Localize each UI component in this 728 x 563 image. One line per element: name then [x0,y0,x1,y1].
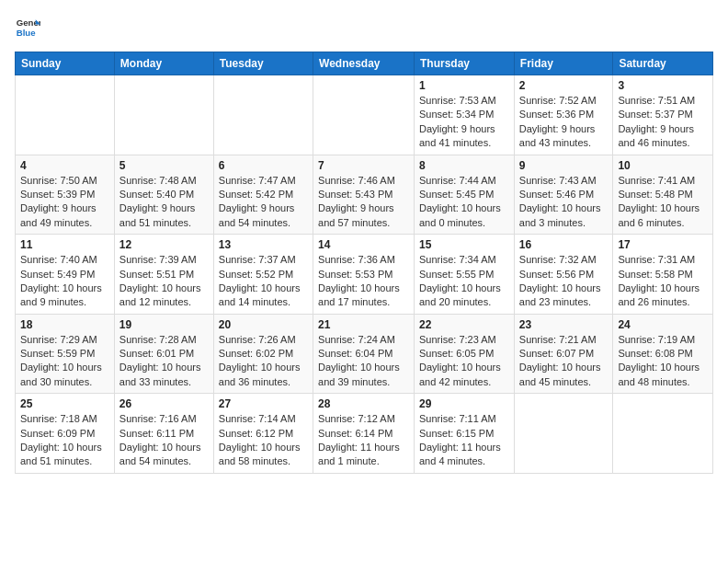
calendar-cell: 5Sunrise: 7:48 AM Sunset: 5:40 PM Daylig… [114,155,213,235]
day-info: Sunrise: 7:12 AM Sunset: 6:14 PM Dayligh… [318,412,409,469]
calendar-cell: 15Sunrise: 7:34 AM Sunset: 5:55 PM Dayli… [415,235,515,315]
day-info: Sunrise: 7:43 AM Sunset: 5:46 PM Dayligh… [519,174,609,231]
calendar-cell: 25Sunrise: 7:18 AM Sunset: 6:09 PM Dayli… [16,394,115,474]
day-info: Sunrise: 7:51 AM Sunset: 5:37 PM Dayligh… [618,94,708,151]
calendar-cell: 18Sunrise: 7:29 AM Sunset: 5:59 PM Dayli… [16,314,115,394]
day-info: Sunrise: 7:40 AM Sunset: 5:49 PM Dayligh… [20,253,109,310]
day-info: Sunrise: 7:36 AM Sunset: 5:53 PM Dayligh… [318,253,409,310]
calendar-cell: 16Sunrise: 7:32 AM Sunset: 5:56 PM Dayli… [514,235,613,315]
svg-text:Blue: Blue [17,28,36,38]
day-info: Sunrise: 7:16 AM Sunset: 6:11 PM Dayligh… [119,412,209,469]
day-header-tuesday: Tuesday [213,52,313,75]
day-number: 29 [419,397,509,410]
day-info: Sunrise: 7:53 AM Sunset: 5:34 PM Dayligh… [419,94,509,151]
logo-icon: General Blue [15,15,40,40]
day-number: 17 [618,238,708,251]
calendar-cell: 27Sunrise: 7:14 AM Sunset: 6:12 PM Dayli… [213,394,313,474]
day-number: 18 [20,318,109,331]
calendar-cell: 29Sunrise: 7:11 AM Sunset: 6:15 PM Dayli… [415,394,515,474]
day-info: Sunrise: 7:14 AM Sunset: 6:12 PM Dayligh… [219,412,308,469]
day-number: 1 [419,79,509,92]
calendar-cell: 2Sunrise: 7:52 AM Sunset: 5:36 PM Daylig… [514,75,613,155]
calendar-cell: 22Sunrise: 7:23 AM Sunset: 6:05 PM Dayli… [415,314,515,394]
day-number: 11 [20,238,109,251]
day-number: 28 [318,397,409,410]
day-header-thursday: Thursday [415,52,515,75]
day-info: Sunrise: 7:50 AM Sunset: 5:39 PM Dayligh… [20,174,109,231]
calendar-cell: 19Sunrise: 7:28 AM Sunset: 6:01 PM Dayli… [114,314,213,394]
day-number: 9 [519,159,609,172]
day-info: Sunrise: 7:34 AM Sunset: 5:55 PM Dayligh… [419,253,509,310]
day-info: Sunrise: 7:19 AM Sunset: 6:08 PM Dayligh… [618,333,708,390]
day-number: 10 [618,159,708,172]
calendar-cell: 24Sunrise: 7:19 AM Sunset: 6:08 PM Dayli… [613,314,713,394]
day-number: 3 [618,79,708,92]
calendar-cell [514,394,613,474]
day-number: 4 [20,159,109,172]
calendar-cell [213,75,313,155]
day-info: Sunrise: 7:44 AM Sunset: 5:45 PM Dayligh… [419,174,509,231]
calendar-cell: 4Sunrise: 7:50 AM Sunset: 5:39 PM Daylig… [16,155,115,235]
day-number: 16 [519,238,609,251]
day-info: Sunrise: 7:11 AM Sunset: 6:15 PM Dayligh… [419,412,509,469]
logo: General Blue [15,15,40,40]
day-info: Sunrise: 7:41 AM Sunset: 5:48 PM Dayligh… [618,174,708,231]
day-number: 7 [318,159,409,172]
day-number: 2 [519,79,609,92]
day-header-sunday: Sunday [16,52,115,75]
day-info: Sunrise: 7:21 AM Sunset: 6:07 PM Dayligh… [519,333,609,390]
day-info: Sunrise: 7:32 AM Sunset: 5:56 PM Dayligh… [519,253,609,310]
calendar-table: SundayMondayTuesdayWednesdayThursdayFrid… [15,52,713,474]
day-number: 14 [318,238,409,251]
day-info: Sunrise: 7:39 AM Sunset: 5:51 PM Dayligh… [119,253,209,310]
calendar-cell: 17Sunrise: 7:31 AM Sunset: 5:58 PM Dayli… [613,235,713,315]
day-info: Sunrise: 7:37 AM Sunset: 5:52 PM Dayligh… [219,253,308,310]
calendar-cell: 13Sunrise: 7:37 AM Sunset: 5:52 PM Dayli… [213,235,313,315]
day-number: 26 [119,397,209,410]
day-number: 8 [419,159,509,172]
day-number: 5 [119,159,209,172]
day-info: Sunrise: 7:26 AM Sunset: 6:02 PM Dayligh… [219,333,308,390]
calendar-cell: 11Sunrise: 7:40 AM Sunset: 5:49 PM Dayli… [16,235,115,315]
calendar-cell: 20Sunrise: 7:26 AM Sunset: 6:02 PM Dayli… [213,314,313,394]
day-number: 15 [419,238,509,251]
calendar-cell: 23Sunrise: 7:21 AM Sunset: 6:07 PM Dayli… [514,314,613,394]
day-info: Sunrise: 7:47 AM Sunset: 5:42 PM Dayligh… [219,174,308,231]
day-header-friday: Friday [514,52,613,75]
day-number: 24 [618,318,708,331]
day-info: Sunrise: 7:23 AM Sunset: 6:05 PM Dayligh… [419,333,509,390]
calendar-cell: 7Sunrise: 7:46 AM Sunset: 5:43 PM Daylig… [313,155,415,235]
calendar-cell: 28Sunrise: 7:12 AM Sunset: 6:14 PM Dayli… [313,394,415,474]
calendar-cell: 6Sunrise: 7:47 AM Sunset: 5:42 PM Daylig… [213,155,313,235]
day-number: 22 [419,318,509,331]
day-number: 6 [219,159,308,172]
day-info: Sunrise: 7:46 AM Sunset: 5:43 PM Dayligh… [318,174,409,231]
day-info: Sunrise: 7:29 AM Sunset: 5:59 PM Dayligh… [20,333,109,390]
calendar-cell: 14Sunrise: 7:36 AM Sunset: 5:53 PM Dayli… [313,235,415,315]
day-header-monday: Monday [114,52,213,75]
calendar-cell: 1Sunrise: 7:53 AM Sunset: 5:34 PM Daylig… [415,75,515,155]
day-number: 27 [219,397,308,410]
day-info: Sunrise: 7:31 AM Sunset: 5:58 PM Dayligh… [618,253,708,310]
day-number: 23 [519,318,609,331]
calendar-cell [114,75,213,155]
day-info: Sunrise: 7:18 AM Sunset: 6:09 PM Dayligh… [20,412,109,469]
calendar-cell [16,75,115,155]
page-header: General Blue [15,15,713,40]
day-number: 21 [318,318,409,331]
calendar-cell: 8Sunrise: 7:44 AM Sunset: 5:45 PM Daylig… [415,155,515,235]
calendar-cell [613,394,713,474]
day-info: Sunrise: 7:24 AM Sunset: 6:04 PM Dayligh… [318,333,409,390]
day-info: Sunrise: 7:52 AM Sunset: 5:36 PM Dayligh… [519,94,609,151]
calendar-cell: 9Sunrise: 7:43 AM Sunset: 5:46 PM Daylig… [514,155,613,235]
calendar-cell: 10Sunrise: 7:41 AM Sunset: 5:48 PM Dayli… [613,155,713,235]
day-number: 25 [20,397,109,410]
day-number: 19 [119,318,209,331]
day-info: Sunrise: 7:48 AM Sunset: 5:40 PM Dayligh… [119,174,209,231]
day-number: 12 [119,238,209,251]
calendar-cell: 12Sunrise: 7:39 AM Sunset: 5:51 PM Dayli… [114,235,213,315]
day-header-wednesday: Wednesday [313,52,415,75]
calendar-cell: 21Sunrise: 7:24 AM Sunset: 6:04 PM Dayli… [313,314,415,394]
day-number: 13 [219,238,308,251]
calendar-cell: 3Sunrise: 7:51 AM Sunset: 5:37 PM Daylig… [613,75,713,155]
